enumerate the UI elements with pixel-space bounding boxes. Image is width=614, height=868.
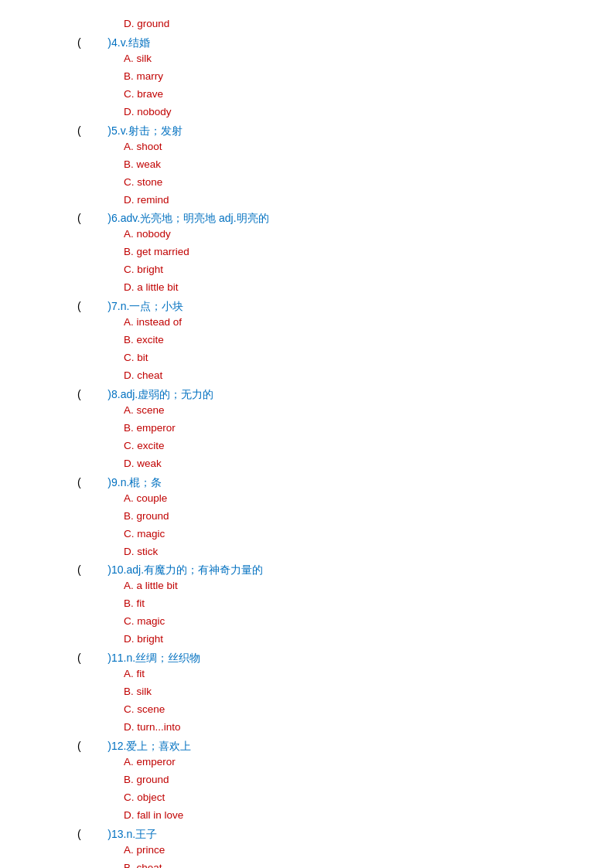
q5-option-c: C. stone [77, 174, 614, 192]
q10-option-a: A. a little bit [77, 577, 614, 595]
paren-left-12: ( [77, 740, 87, 752]
q12-option-c: C. object [77, 789, 614, 807]
main-content: D. ground ( )4.v.结婚 A. silk B. marry C. … [0, 15, 614, 868]
question-11-line: ( )11.n.丝绸；丝织物 [77, 652, 614, 665]
question-7-text: )7.n.一点；小块 [90, 300, 183, 314]
question-13-line: ( )13.n.王子 [77, 828, 614, 842]
q11-option-b: B. silk [77, 683, 614, 701]
question-7-line: ( )7.n.一点；小块 [77, 300, 614, 314]
question-8-text: )8.adj.虚弱的；无力的 [90, 388, 213, 402]
q6-option-b: B. get married [77, 243, 614, 261]
question-11: ( )11.n.丝绸；丝织物 A. fit B. silk C. scene D… [77, 652, 614, 737]
question-13: ( )13.n.王子 A. prince B. cheat C. gold D.… [77, 828, 614, 868]
q9-option-a: A. couple [77, 490, 614, 508]
question-7: ( )7.n.一点；小块 A. instead of B. excite C. … [77, 300, 614, 385]
paren-left-13: ( [77, 828, 87, 840]
q9-option-b: B. ground [77, 508, 614, 526]
question-10: ( )10.adj.有魔力的；有神奇力量的 A. a little bit B.… [77, 563, 614, 648]
question-6-line: ( )6.adv.光亮地；明亮地 adj.明亮的 [77, 212, 614, 226]
q5-option-d: D. remind [77, 192, 614, 209]
q11-option-c: C. scene [77, 701, 614, 719]
paren-left-5: ( [77, 124, 87, 137]
q9-option-d: D. stick [77, 543, 614, 561]
q7-option-d: D. cheat [77, 367, 614, 385]
paren-left-9: ( [77, 476, 87, 488]
q8-option-a: A. scene [77, 402, 614, 420]
q10-option-d: D. bright [77, 631, 614, 648]
q8-option-d: D. weak [77, 455, 614, 473]
q11-option-d: D. turn...into [77, 719, 614, 737]
question-5-text: )5.v.射击；发射 [90, 124, 182, 138]
question-8: ( )8.adj.虚弱的；无力的 A. scene B. emperor C. … [77, 388, 614, 473]
q13-option-a: A. prince [77, 842, 614, 859]
question-10-text: )10.adj.有魔力的；有神奇力量的 [90, 563, 263, 577]
q4-option-a: A. silk [77, 50, 614, 68]
question-12-text: )12.爱上；喜欢上 [90, 740, 191, 754]
question-9-text: )9.n.棍；条 [90, 476, 162, 490]
q12-option-d: D. fall in love [77, 807, 614, 825]
question-4-text: )4.v.结婚 [90, 36, 150, 50]
q5-option-b: B. weak [77, 156, 614, 174]
paren-left-6: ( [77, 212, 87, 224]
question-11-text: )11.n.丝绸；丝织物 [90, 652, 200, 665]
q6-option-c: C. bright [77, 261, 614, 279]
q13-option-b: B. cheat [77, 859, 614, 868]
q4-option-b: B. marry [77, 68, 614, 86]
q7-option-c: C. bit [77, 349, 614, 367]
question-6: ( )6.adv.光亮地；明亮地 adj.明亮的 A. nobody B. ge… [77, 212, 614, 297]
q5-option-a: A. shoot [77, 138, 614, 156]
q10-option-c: C. magic [77, 613, 614, 631]
question-10-line: ( )10.adj.有魔力的；有神奇力量的 [77, 563, 614, 577]
paren-left-10: ( [77, 563, 87, 576]
paren-left-11: ( [77, 652, 87, 664]
q6-option-a: A. nobody [77, 226, 614, 243]
question-4: ( )4.v.结婚 A. silk B. marry C. brave D. n… [77, 36, 614, 121]
question-8-line: ( )8.adj.虚弱的；无力的 [77, 388, 614, 402]
question-9: ( )9.n.棍；条 A. couple B. ground C. magic … [77, 476, 614, 561]
q12-option-b: B. ground [77, 771, 614, 789]
pre-d-ground: D. ground [77, 15, 614, 33]
q6-option-d: D. a little bit [77, 279, 614, 297]
q8-option-c: C. excite [77, 437, 614, 455]
question-6-text: )6.adv.光亮地；明亮地 adj.明亮的 [90, 212, 269, 226]
q4-option-d: D. nobody [77, 104, 614, 121]
question-12: ( )12.爱上；喜欢上 A. emperor B. ground C. obj… [77, 740, 614, 825]
question-9-line: ( )9.n.棍；条 [77, 476, 614, 490]
paren-left-7: ( [77, 300, 87, 312]
q11-option-a: A. fit [77, 665, 614, 683]
question-13-text: )13.n.王子 [90, 828, 157, 842]
question-4-line: ( )4.v.结婚 [77, 36, 614, 50]
q12-option-a: A. emperor [77, 754, 614, 771]
q4-option-c: C. brave [77, 86, 614, 104]
paren-left-4: ( [77, 36, 87, 49]
pre-item: D. ground [77, 15, 614, 33]
question-5-line: ( )5.v.射击；发射 [77, 124, 614, 138]
q9-option-c: C. magic [77, 526, 614, 543]
question-5: ( )5.v.射击；发射 A. shoot B. weak C. stone D… [77, 124, 614, 209]
q8-option-b: B. emperor [77, 420, 614, 437]
question-12-line: ( )12.爱上；喜欢上 [77, 740, 614, 754]
q7-option-a: A. instead of [77, 314, 614, 332]
q7-option-b: B. excite [77, 332, 614, 349]
paren-left-8: ( [77, 388, 87, 400]
q10-option-b: B. fit [77, 595, 614, 613]
